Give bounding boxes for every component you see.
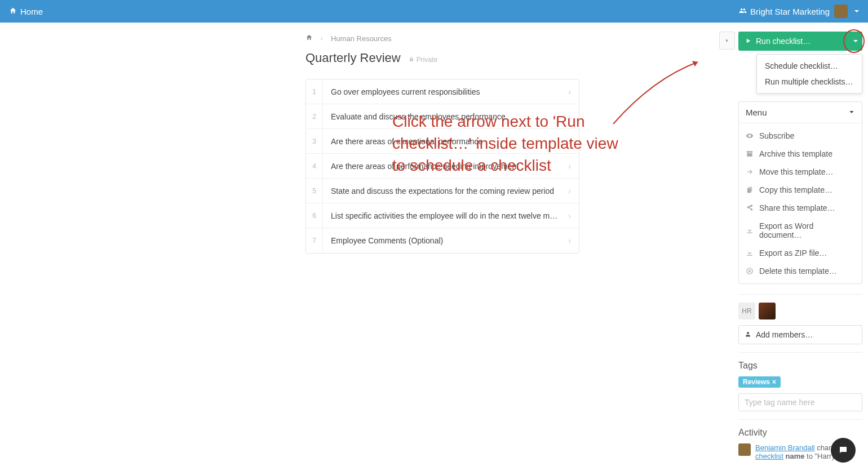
play-icon <box>745 37 751 46</box>
step-number: 2 <box>306 104 323 129</box>
caret-down-icon <box>853 40 858 42</box>
eye-icon <box>746 132 754 140</box>
privacy-badge: Private <box>409 56 437 64</box>
chevron-right-icon: › <box>568 87 579 96</box>
right-sidebar: Run checklist… Schedule checklist… Run m… <box>738 32 862 265</box>
breadcrumb-category[interactable]: Human Resources <box>331 34 392 43</box>
checklist-step[interactable]: 7Employee Comments (Optional)› <box>306 228 579 253</box>
step-number: 6 <box>306 203 323 228</box>
download-icon <box>746 227 754 234</box>
menu-item-label: Move this template… <box>759 167 834 176</box>
checklist-step[interactable]: 5State and discuss the expectations for … <box>306 179 579 203</box>
download-icon <box>746 249 754 257</box>
menu-share[interactable]: Share this template… <box>739 199 862 217</box>
annotation-text: Click the arrow next to 'Run checklist…'… <box>392 110 629 177</box>
schedule-checklist-item[interactable]: Schedule checklist… <box>757 58 862 74</box>
run-checklist-dropdown-toggle[interactable] <box>845 32 862 51</box>
share-icon <box>746 204 754 212</box>
breadcrumb: Human Resources <box>299 34 716 43</box>
step-number: 7 <box>306 228 323 253</box>
run-checklist-label: Run checklist… <box>756 37 811 46</box>
org-label: Bright Star Marketing <box>750 7 830 16</box>
step-label: State and discuss the expectations for t… <box>323 187 568 196</box>
step-number: 1 <box>306 79 323 104</box>
lock-icon <box>409 56 414 64</box>
menu-subscribe[interactable]: Subscribe <box>739 127 862 145</box>
chevron-right-icon: › <box>568 236 579 245</box>
menu-item-label: Export as ZIP file… <box>759 248 827 258</box>
menu-export-word[interactable]: Export as Word document… <box>739 217 862 244</box>
top-navbar: Home Bright Star Marketing <box>0 0 868 23</box>
chevron-right-icon <box>320 34 324 43</box>
step-label: Employee Comments (Optional) <box>323 236 568 245</box>
nav-home-link[interactable]: Home <box>9 7 43 16</box>
user-menu-caret-icon[interactable] <box>854 10 859 12</box>
archive-icon <box>746 150 754 158</box>
step-number: 4 <box>306 154 323 179</box>
run-checklist-button[interactable]: Run checklist… <box>738 32 845 51</box>
menu-archive[interactable]: Archive this template <box>739 145 862 163</box>
step-label: Go over employees current responsibiliti… <box>323 87 568 96</box>
step-number: 3 <box>306 129 323 154</box>
users-icon <box>739 7 747 16</box>
chevron-down-icon <box>848 108 855 117</box>
sidebar-collapse-button[interactable] <box>719 32 735 50</box>
chevron-right-icon: › <box>568 211 579 220</box>
privacy-label: Private <box>417 56 437 64</box>
menu-item-label: Archive this template <box>759 149 832 158</box>
step-number: 5 <box>306 179 323 203</box>
menu-header-label: Menu <box>746 108 767 117</box>
chevron-right-icon: › <box>568 187 579 196</box>
run-multiple-checklists-item[interactable]: Run multiple checklists… <box>757 74 862 90</box>
menu-delete[interactable]: Delete this template… <box>739 262 862 265</box>
checklist-step[interactable]: 1Go over employees current responsibilit… <box>306 79 579 104</box>
arrow-right-icon <box>746 168 754 176</box>
menu-item-label: Subscribe <box>759 131 794 140</box>
menu-item-label: Export as Word document… <box>759 221 855 239</box>
menu-item-label: Copy this template… <box>759 185 832 194</box>
page-title: Quarterly Review <box>305 51 401 65</box>
copy-icon <box>746 186 754 194</box>
nav-home-label: Home <box>20 7 43 16</box>
menu-panel: Menu Subscribe Archive this template Mov… <box>738 101 862 265</box>
org-link[interactable]: Bright Star Marketing <box>739 7 830 16</box>
menu-export-zip[interactable]: Export as ZIP file… <box>739 244 862 262</box>
run-checklist-dropdown: Schedule checklist… Run multiple checkli… <box>756 54 862 94</box>
run-checklist-group: Run checklist… <box>738 32 862 51</box>
menu-move[interactable]: Move this template… <box>739 163 862 181</box>
breadcrumb-home-icon[interactable] <box>305 34 313 43</box>
menu-copy[interactable]: Copy this template… <box>739 181 862 199</box>
avatar[interactable] <box>834 5 848 18</box>
step-label: List specific activities the employee wi… <box>323 211 568 220</box>
menu-item-label: Share this template… <box>759 203 835 212</box>
menu-header[interactable]: Menu <box>739 102 862 123</box>
home-icon <box>9 7 17 16</box>
checklist-step[interactable]: 6List specific activities the employee w… <box>306 203 579 228</box>
